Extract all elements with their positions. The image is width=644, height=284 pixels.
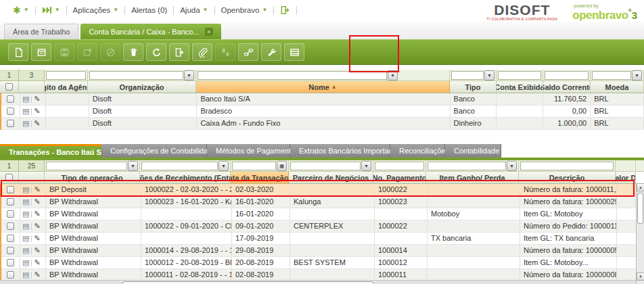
filter-input[interactable] [545, 71, 589, 80]
column-header[interactable] [0, 81, 19, 93]
view-record-icon[interactable]: ▤ [22, 120, 29, 127]
menu-alertas[interactable]: Alertas (0) [125, 6, 173, 14]
filter-dropdown-icon[interactable]: ▼ [388, 70, 398, 80]
column-header[interactable]: Organização [88, 81, 196, 93]
column-header[interactable]: Padrões de Recebimento (Entrada) [140, 172, 231, 184]
filter-dropdown-icon[interactable]: ▼ [484, 70, 495, 80]
row-checkbox[interactable] [7, 108, 14, 115]
edit-record-icon[interactable]: ✎ [34, 259, 40, 266]
column-header[interactable] [19, 172, 45, 184]
row-checkbox[interactable] [7, 235, 14, 242]
column-header[interactable] [0, 172, 19, 184]
link-button[interactable] [238, 43, 258, 61]
column-header[interactable]: Descrição [519, 172, 616, 184]
favorites-menu[interactable]: ✱▼ [7, 5, 35, 15]
view-record-icon[interactable]: ▤ [22, 198, 29, 206]
row-checkbox[interactable] [7, 259, 14, 266]
filter-input[interactable] [592, 71, 631, 80]
tab-contabilidade[interactable]: Contabilidade [445, 144, 501, 158]
column-header[interactable]: Conta Exibida [497, 81, 543, 93]
view-record-icon[interactable]: ▤ [22, 210, 29, 218]
column-header[interactable] [19, 81, 45, 93]
view-record-icon[interactable]: ▤ [22, 222, 29, 230]
filter-dropdown-icon[interactable]: ▼ [632, 70, 642, 80]
export-button[interactable] [169, 43, 189, 61]
view-record-icon[interactable]: ▤ [22, 247, 29, 254]
tab-reconciliacoes[interactable]: Reconciliações [390, 144, 445, 158]
filter-dropdown-icon[interactable]: ▼ [184, 70, 194, 80]
close-icon[interactable]: × [205, 28, 213, 36]
row-checkbox[interactable] [7, 247, 14, 254]
menu-ajuda[interactable]: Ajuda▼ [174, 6, 214, 14]
table-row[interactable]: ▤✎BP Withdrawal1000022 - 09-01-2020 - CE… [1, 220, 644, 233]
row-checkbox[interactable] [7, 271, 14, 279]
column-header[interactable]: Tipo [450, 81, 497, 93]
edit-record-icon[interactable]: ✎ [34, 222, 40, 230]
filter-input[interactable] [232, 162, 276, 170]
filter-dropdown-icon[interactable]: ▼ [218, 161, 229, 171]
edit-record-icon[interactable]: ✎ [34, 247, 40, 254]
column-header[interactable]: Data da Transação▼ [231, 172, 289, 184]
filter-input[interactable] [46, 162, 127, 170]
form-view-button[interactable] [31, 43, 51, 61]
row-checkbox[interactable] [7, 198, 14, 206]
edit-record-icon[interactable]: ✎ [34, 186, 40, 193]
grid-view-button[interactable] [284, 43, 304, 61]
row-checkbox[interactable] [7, 95, 14, 103]
select-all-checkbox[interactable] [5, 83, 13, 91]
table-row[interactable]: ▤✎BP Withdrawal17-09-2019TX bancariaItem… [1, 233, 644, 245]
tab-conta-bancaria[interactable]: Conta Bancária / Caixa - Banco...× [80, 24, 221, 39]
view-record-icon[interactable]: ▤ [22, 108, 29, 115]
filter-input[interactable] [141, 162, 218, 170]
edit-record-icon[interactable]: ✎ [34, 271, 40, 279]
view-record-icon[interactable]: ▤ [22, 95, 29, 103]
table-row[interactable]: ▤✎BP Deposit1000022 - 02-03-2020 - - 253… [1, 184, 644, 196]
table-row[interactable]: ▤✎BP Withdrawal16-01-2020MotoboyItem GL:… [1, 208, 644, 220]
attachment-button[interactable] [192, 43, 212, 61]
column-header[interactable]: Moeda [591, 81, 644, 93]
logout-button[interactable] [274, 5, 296, 15]
column-header[interactable]: Dígito da Agência [45, 81, 88, 93]
menu-openbravo[interactable]: Openbravo▼ [215, 6, 274, 14]
column-header[interactable]: Item Ganho/ Perda [426, 172, 519, 184]
row-checkbox[interactable] [7, 222, 14, 230]
edit-record-icon[interactable]: ✎ [34, 210, 40, 218]
view-record-icon[interactable]: ▤ [22, 259, 29, 266]
horizontal-scrollbar[interactable] [0, 280, 636, 284]
edit-record-icon[interactable]: ✎ [34, 120, 40, 127]
refresh-button[interactable] [146, 43, 166, 61]
table-row[interactable]: ▤✎BP Withdrawal1000014 - 29-08-2019 - - … [1, 245, 644, 257]
delete-button[interactable] [123, 43, 143, 61]
column-header[interactable]: No. Pagamento [373, 172, 426, 184]
filter-input[interactable] [198, 71, 387, 80]
filter-dropdown-icon[interactable]: ▼ [128, 161, 138, 171]
view-record-icon[interactable]: ▤ [22, 186, 29, 193]
new-record-button[interactable] [8, 43, 28, 61]
menu-aplicacoes[interactable]: Aplicações▼ [67, 6, 125, 14]
filter-input[interactable] [428, 162, 506, 170]
tab-area-de-trabalho[interactable]: Área de Trabalho [4, 24, 78, 39]
table-row[interactable]: ▤✎BP Withdrawal1000012 - 20-08-2019 - BE… [1, 257, 644, 269]
filter-input[interactable] [451, 71, 484, 80]
table-row[interactable]: ▤✎DisoftBanco Itaú S/ABanco11.760,52BRL [1, 93, 644, 105]
edit-record-icon[interactable]: ✎ [34, 95, 40, 103]
table-row[interactable]: ▤✎BP Withdrawal1000023 - 16-01-2020 - Ka… [1, 196, 644, 208]
select-all-checkbox[interactable] [5, 174, 13, 181]
column-header[interactable]: Tipo de operação [45, 172, 140, 184]
column-header[interactable]: Saldo Corrente [543, 81, 591, 93]
tab-configuracoes-contabilidade[interactable]: Configurações de Contabilidade [101, 144, 207, 158]
tools-button[interactable] [261, 43, 281, 61]
filter-input[interactable] [375, 162, 424, 170]
tab-extratos-bancarios[interactable]: Extratos Bancários Importados [290, 144, 390, 158]
row-checkbox[interactable] [7, 210, 14, 218]
table-row[interactable]: ▤✎DisoftCaixa Adm - Fundo FixoDinheiro1.… [1, 118, 644, 130]
view-record-icon[interactable]: ▤ [22, 271, 29, 279]
filter-dropdown-icon[interactable]: ▼ [361, 161, 371, 171]
filter-dropdown-icon[interactable]: ▼ [507, 161, 517, 171]
filter-input[interactable] [46, 71, 86, 80]
recent-views-menu[interactable]: ▼ [36, 6, 66, 14]
calendar-icon[interactable]: ▦ [277, 161, 287, 171]
table-row[interactable]: ▤✎DisoftBradescoBanco0,00BRL [1, 105, 644, 118]
tab-metodos-pagamento[interactable]: Métodos de Pagamento [207, 144, 290, 158]
vertical-scroll-thumb[interactable] [637, 193, 643, 224]
